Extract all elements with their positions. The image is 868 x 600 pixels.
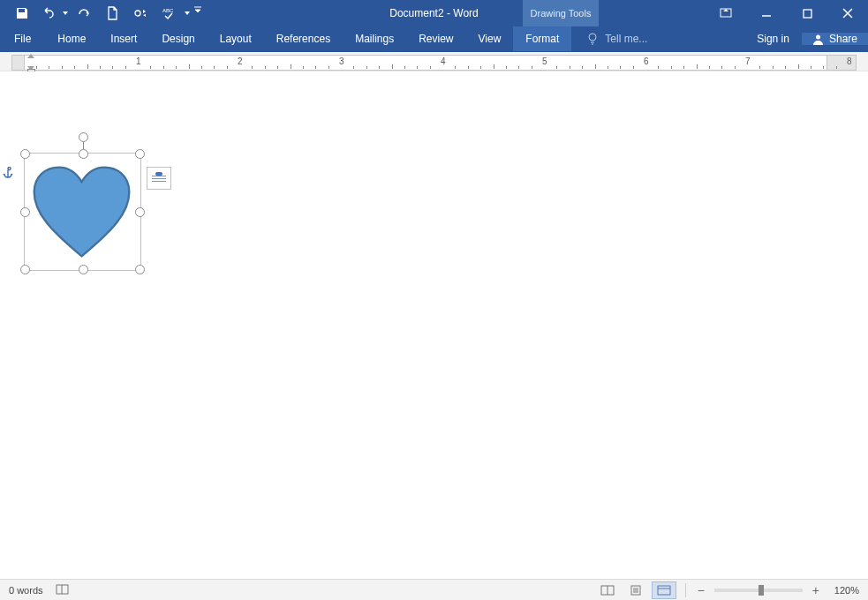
minimize-button[interactable] [746, 0, 787, 26]
tell-me-search[interactable] [571, 26, 686, 51]
spelling-button[interactable]: ABC [155, 0, 182, 26]
svg-rect-12 [658, 586, 670, 595]
tab-file[interactable]: File [0, 26, 45, 51]
proofing-button[interactable] [56, 583, 70, 597]
document-area[interactable] [0, 71, 868, 579]
window-title: Document2 - Word [389, 7, 478, 19]
window-controls [706, 0, 868, 26]
lightbulb-icon [587, 33, 598, 45]
resize-handle-n[interactable] [79, 149, 88, 159]
ruler-number: 7 [745, 56, 751, 66]
undo-dropdown[interactable] [62, 11, 69, 15]
first-line-indent-marker[interactable] [27, 54, 34, 58]
ruler-number: 8 [847, 56, 852, 66]
ruler-number: 3 [339, 56, 344, 66]
ribbon-display-options-button[interactable] [706, 0, 746, 26]
maximize-button[interactable] [787, 0, 827, 26]
qat-customize-button[interactable] [192, 0, 210, 26]
status-bar: 0 words − + 120% [0, 579, 868, 600]
web-layout-button[interactable] [652, 581, 676, 599]
close-button[interactable] [827, 0, 868, 26]
app-window: ABC Document2 - Word Drawing Tools [0, 0, 868, 600]
ruler-number: 1 [136, 56, 141, 66]
svg-rect-8 [152, 181, 166, 182]
new-document-button[interactable] [99, 0, 125, 26]
ruler-number: 6 [644, 56, 649, 66]
resize-handle-nw[interactable] [20, 149, 30, 159]
svg-point-0 [135, 11, 140, 16]
undo-button[interactable] [37, 0, 60, 26]
tab-insert[interactable]: Insert [98, 26, 149, 51]
heart-shape[interactable] [30, 163, 133, 260]
zoom-in-button[interactable]: + [810, 585, 822, 596]
spelling-dropdown[interactable] [184, 11, 191, 15]
svg-rect-3 [804, 10, 811, 18]
share-label: Share [829, 33, 857, 45]
shape-selection-box[interactable] [24, 153, 141, 271]
layout-options-button[interactable] [147, 167, 171, 190]
word-count[interactable]: 0 words [9, 585, 43, 596]
ruler-number: 4 [441, 56, 446, 66]
tab-layout[interactable]: Layout [208, 26, 264, 51]
rotation-handle[interactable] [79, 132, 88, 142]
print-layout-button[interactable] [623, 581, 648, 599]
resize-handle-e[interactable] [135, 207, 145, 217]
tab-view[interactable]: View [466, 26, 514, 51]
svg-text:ABC: ABC [162, 8, 174, 13]
tab-design[interactable]: Design [149, 26, 207, 51]
tab-format[interactable]: Format [513, 26, 571, 51]
person-icon [812, 34, 824, 45]
title-bar: ABC Document2 - Word Drawing Tools [0, 0, 868, 26]
tell-me-input[interactable] [603, 32, 686, 46]
resize-handle-se[interactable] [135, 265, 145, 274]
share-button[interactable]: Share [802, 33, 868, 45]
tab-references[interactable]: References [264, 26, 343, 51]
svg-rect-7 [152, 178, 166, 179]
horizontal-ruler[interactable]: 12345678 [0, 52, 868, 71]
ruler-number: 5 [542, 56, 547, 66]
save-button[interactable] [9, 0, 35, 26]
zoom-level[interactable]: 120% [834, 585, 859, 596]
resize-handle-w[interactable] [20, 207, 30, 217]
drawing-tools-tab-header: Drawing Tools [523, 0, 599, 26]
tab-review[interactable]: Review [406, 26, 465, 51]
ruler-number: 2 [238, 56, 243, 66]
tab-mailings[interactable]: Mailings [343, 26, 406, 51]
anchor-icon [3, 167, 13, 182]
resize-handle-ne[interactable] [135, 149, 145, 159]
resize-handle-s[interactable] [79, 265, 88, 274]
quick-access-toolbar: ABC [0, 0, 210, 26]
redo-button[interactable] [71, 0, 97, 26]
read-mode-button[interactable] [595, 581, 620, 599]
svg-point-4 [589, 34, 596, 41]
tab-home[interactable]: Home [45, 26, 98, 51]
zoom-slider[interactable] [714, 589, 803, 592]
sign-in-button[interactable]: Sign in [744, 33, 802, 45]
svg-point-5 [816, 34, 820, 39]
ribbon-tabs: File Home Insert Design Layout Reference… [0, 26, 868, 52]
zoom-out-button[interactable]: − [695, 585, 707, 596]
touch-mode-button[interactable] [127, 0, 154, 26]
resize-handle-sw[interactable] [20, 265, 30, 274]
